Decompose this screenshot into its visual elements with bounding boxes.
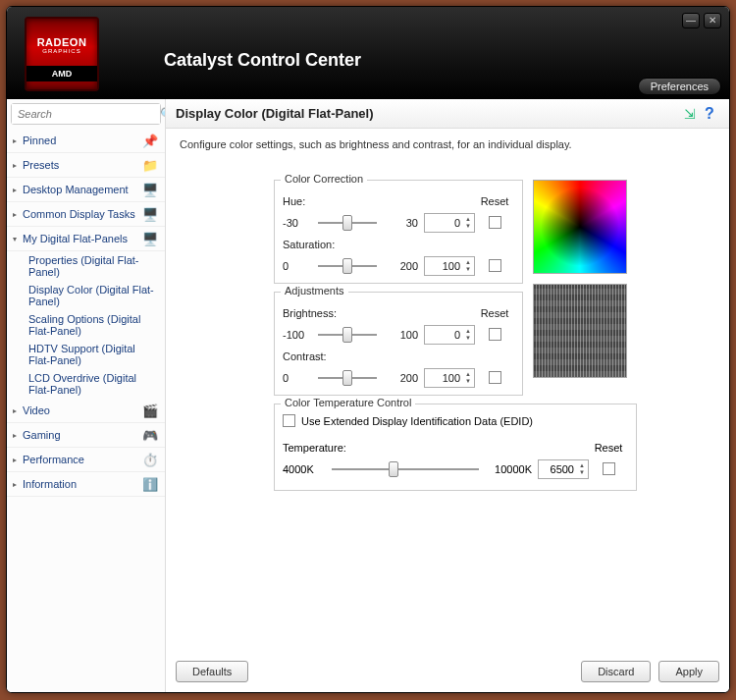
pin-page-icon[interactable]: ⇲ bbox=[680, 106, 700, 122]
gaming-icon: 🎮 bbox=[141, 427, 159, 443]
desktop-icon: 🖥️ bbox=[141, 182, 159, 197]
close-button[interactable]: ✕ bbox=[704, 13, 721, 28]
sidebar-subitem-display-color[interactable]: Display Color (Digital Flat-Panel) bbox=[7, 281, 165, 310]
sidebar-item-video[interactable]: ▸Video🎬 bbox=[7, 399, 165, 423]
brightness-slider[interactable] bbox=[318, 326, 377, 344]
apply-button[interactable]: Apply bbox=[658, 661, 719, 682]
sidebar-item-pinned[interactable]: ▸Pinned📌 bbox=[7, 129, 165, 153]
edid-label: Use Extended Display Identification Data… bbox=[301, 415, 533, 427]
sidebar-subitem-properties[interactable]: Properties (Digital Flat-Panel) bbox=[7, 251, 165, 281]
sidebar-subitem-hdtv[interactable]: HDTV Support (Digital Flat-Panel) bbox=[7, 340, 165, 369]
temperature-value-input[interactable]: 6500▲▼ bbox=[538, 459, 589, 479]
sidebar: 🔍 ▾ ▸Pinned📌 ▸Presets📁 ▸Desktop Manageme… bbox=[7, 99, 166, 692]
sidebar-item-gaming[interactable]: ▸Gaming🎮 bbox=[7, 423, 165, 448]
amd-radeon-logo: RADEON GRAPHICS AMD bbox=[25, 17, 99, 91]
color-preview bbox=[533, 180, 627, 274]
discard-button[interactable]: Discard bbox=[581, 661, 651, 682]
minimize-button[interactable]: — bbox=[682, 13, 700, 28]
contrast-reset-checkbox[interactable] bbox=[489, 371, 501, 384]
saturation-reset-checkbox[interactable] bbox=[489, 259, 501, 272]
sidebar-item-information[interactable]: ▸Informationℹ️ bbox=[7, 472, 165, 497]
sidebar-item-performance[interactable]: ▸Performance⏱️ bbox=[7, 448, 165, 472]
preferences-button[interactable]: Preferences bbox=[638, 78, 721, 95]
titlebar: RADEON GRAPHICS AMD Catalyst Control Cen… bbox=[7, 7, 729, 99]
info-icon: ℹ️ bbox=[141, 476, 159, 492]
page-description: Configure color settings, such as bright… bbox=[176, 129, 719, 180]
brightness-reset-checkbox[interactable] bbox=[489, 328, 501, 341]
color-correction-group: Color Correction Hue:Reset -30 30 0▲▼ Sa… bbox=[274, 180, 523, 284]
sidebar-subitem-scaling[interactable]: Scaling Options (Digital Flat-Panel) bbox=[7, 310, 165, 340]
app-window: RADEON GRAPHICS AMD Catalyst Control Cen… bbox=[6, 6, 730, 693]
contrast-value-input[interactable]: 100▲▼ bbox=[424, 368, 475, 388]
sidebar-subitem-lcd-overdrive[interactable]: LCD Overdrive (Digital Flat-Panel) bbox=[7, 369, 165, 399]
contrast-slider[interactable] bbox=[318, 369, 377, 387]
app-title: Catalyst Control Center bbox=[164, 50, 361, 71]
presets-icon: 📁 bbox=[141, 157, 159, 173]
adjustments-group: Adjustments Brightness:Reset -100 100 0▲… bbox=[274, 292, 523, 396]
hue-reset-checkbox[interactable] bbox=[489, 216, 501, 229]
sidebar-item-desktop-management[interactable]: ▸Desktop Management🖥️ bbox=[7, 178, 165, 202]
help-button[interactable]: ? bbox=[700, 105, 719, 123]
hue-value-input[interactable]: 0▲▼ bbox=[424, 213, 475, 233]
search-box[interactable]: 🔍 ▾ bbox=[11, 103, 161, 125]
temperature-reset-checkbox[interactable] bbox=[603, 462, 615, 475]
display-icon: 🖥️ bbox=[141, 206, 159, 222]
defaults-button[interactable]: Defaults bbox=[176, 661, 248, 682]
color-temperature-group: Color Temperature Control Use Extended D… bbox=[274, 404, 637, 491]
search-input[interactable] bbox=[12, 104, 160, 124]
hue-slider[interactable] bbox=[318, 214, 377, 232]
sidebar-item-digital-flat-panels[interactable]: ▾My Digital Flat-Panels🖥️ bbox=[7, 227, 165, 251]
sidebar-item-presets[interactable]: ▸Presets📁 bbox=[7, 153, 165, 178]
video-icon: 🎬 bbox=[141, 403, 159, 418]
gauge-icon: ⏱️ bbox=[141, 452, 159, 467]
pin-icon: 📌 bbox=[141, 133, 159, 148]
brightness-value-input[interactable]: 0▲▼ bbox=[424, 325, 475, 345]
saturation-slider[interactable] bbox=[318, 257, 377, 275]
page-title: Display Color (Digital Flat-Panel) bbox=[176, 106, 680, 121]
contrast-preview bbox=[533, 284, 627, 378]
content-pane: Display Color (Digital Flat-Panel) ⇲ ? C… bbox=[166, 99, 729, 692]
saturation-value-input[interactable]: 100▲▼ bbox=[424, 256, 475, 276]
monitor-icon: 🖥️ bbox=[141, 231, 159, 246]
edid-checkbox[interactable] bbox=[283, 414, 295, 427]
sidebar-item-common-display-tasks[interactable]: ▸Common Display Tasks🖥️ bbox=[7, 202, 165, 227]
temperature-slider[interactable] bbox=[332, 460, 479, 478]
